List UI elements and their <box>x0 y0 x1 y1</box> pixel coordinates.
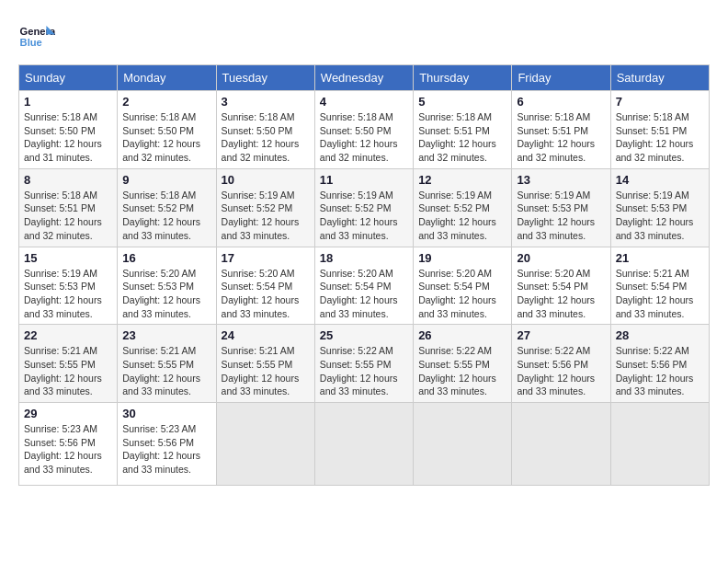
day-number: 16 <box>122 251 210 265</box>
calendar-cell: 27 Sunrise: 5:22 AM Sunset: 5:56 PM Dayl… <box>512 325 610 403</box>
calendar-cell: 26 Sunrise: 5:22 AM Sunset: 5:55 PM Dayl… <box>414 325 512 403</box>
day-info: Sunrise: 5:18 AM Sunset: 5:52 PM Dayligh… <box>122 189 210 243</box>
day-number: 23 <box>122 328 210 342</box>
weekday-header-saturday: Saturday <box>610 65 709 91</box>
day-number: 28 <box>616 328 704 342</box>
calendar-cell <box>512 403 610 486</box>
day-info: Sunrise: 5:18 AM Sunset: 5:51 PM Dayligh… <box>418 110 506 165</box>
calendar-cell: 8 Sunrise: 5:18 AM Sunset: 5:51 PM Dayli… <box>19 168 118 247</box>
day-info: Sunrise: 5:19 AM Sunset: 5:53 PM Dayligh… <box>24 267 112 321</box>
calendar-cell: 3 Sunrise: 5:18 AM Sunset: 5:50 PM Dayli… <box>216 91 314 169</box>
calendar-cell: 7 Sunrise: 5:18 AM Sunset: 5:51 PM Dayli… <box>610 91 709 169</box>
day-info: Sunrise: 5:18 AM Sunset: 5:51 PM Dayligh… <box>616 110 704 165</box>
logo: General Blue <box>18 18 55 55</box>
calendar-cell: 25 Sunrise: 5:22 AM Sunset: 5:55 PM Dayl… <box>314 325 413 403</box>
calendar-cell: 15 Sunrise: 5:19 AM Sunset: 5:53 PM Dayl… <box>19 247 118 325</box>
calendar-cell <box>414 403 512 486</box>
day-info: Sunrise: 5:19 AM Sunset: 5:52 PM Dayligh… <box>222 189 310 243</box>
calendar-cell: 16 Sunrise: 5:20 AM Sunset: 5:53 PM Dayl… <box>118 247 216 325</box>
day-number: 2 <box>122 95 210 109</box>
day-info: Sunrise: 5:18 AM Sunset: 5:51 PM Dayligh… <box>517 110 605 165</box>
day-number: 24 <box>222 328 310 342</box>
calendar-cell <box>314 403 413 486</box>
day-number: 13 <box>517 173 605 187</box>
day-number: 5 <box>418 95 506 109</box>
day-number: 6 <box>517 95 605 109</box>
day-number: 25 <box>320 328 408 342</box>
day-number: 3 <box>222 95 310 109</box>
day-number: 11 <box>320 173 408 187</box>
day-info: Sunrise: 5:23 AM Sunset: 5:56 PM Dayligh… <box>122 422 210 477</box>
day-info: Sunrise: 5:19 AM Sunset: 5:52 PM Dayligh… <box>320 189 408 243</box>
day-number: 22 <box>24 328 112 342</box>
day-info: Sunrise: 5:20 AM Sunset: 5:54 PM Dayligh… <box>222 267 310 321</box>
day-info: Sunrise: 5:18 AM Sunset: 5:51 PM Dayligh… <box>24 189 112 243</box>
day-info: Sunrise: 5:21 AM Sunset: 5:55 PM Dayligh… <box>24 344 112 398</box>
weekday-header-sunday: Sunday <box>19 65 118 91</box>
day-info: Sunrise: 5:18 AM Sunset: 5:50 PM Dayligh… <box>122 110 210 165</box>
calendar-cell: 6 Sunrise: 5:18 AM Sunset: 5:51 PM Dayli… <box>512 91 610 169</box>
logo-icon: General Blue <box>18 18 55 55</box>
calendar-cell: 23 Sunrise: 5:21 AM Sunset: 5:55 PM Dayl… <box>118 325 216 403</box>
day-info: Sunrise: 5:18 AM Sunset: 5:50 PM Dayligh… <box>320 110 408 165</box>
day-number: 1 <box>24 95 112 109</box>
calendar-cell: 18 Sunrise: 5:20 AM Sunset: 5:54 PM Dayl… <box>314 247 413 325</box>
calendar-cell: 14 Sunrise: 5:19 AM Sunset: 5:53 PM Dayl… <box>610 168 709 247</box>
day-info: Sunrise: 5:20 AM Sunset: 5:54 PM Dayligh… <box>418 267 506 321</box>
calendar-cell: 5 Sunrise: 5:18 AM Sunset: 5:51 PM Dayli… <box>414 91 512 169</box>
day-info: Sunrise: 5:20 AM Sunset: 5:54 PM Dayligh… <box>517 267 605 321</box>
calendar-cell: 1 Sunrise: 5:18 AM Sunset: 5:50 PM Dayli… <box>19 91 118 169</box>
day-info: Sunrise: 5:22 AM Sunset: 5:56 PM Dayligh… <box>616 344 704 398</box>
weekday-header-thursday: Thursday <box>414 65 512 91</box>
calendar-cell <box>216 403 314 486</box>
weekday-header-wednesday: Wednesday <box>314 65 413 91</box>
day-number: 26 <box>418 328 506 342</box>
day-info: Sunrise: 5:19 AM Sunset: 5:53 PM Dayligh… <box>517 189 605 243</box>
day-info: Sunrise: 5:22 AM Sunset: 5:55 PM Dayligh… <box>320 344 408 398</box>
calendar-cell: 13 Sunrise: 5:19 AM Sunset: 5:53 PM Dayl… <box>512 168 610 247</box>
calendar-cell: 10 Sunrise: 5:19 AM Sunset: 5:52 PM Dayl… <box>216 168 314 247</box>
calendar-cell: 28 Sunrise: 5:22 AM Sunset: 5:56 PM Dayl… <box>610 325 709 403</box>
day-number: 30 <box>122 407 210 420</box>
day-info: Sunrise: 5:18 AM Sunset: 5:50 PM Dayligh… <box>222 110 310 165</box>
weekday-header-monday: Monday <box>118 65 216 91</box>
calendar-cell: 4 Sunrise: 5:18 AM Sunset: 5:50 PM Dayli… <box>314 91 413 169</box>
calendar-cell: 20 Sunrise: 5:20 AM Sunset: 5:54 PM Dayl… <box>512 247 610 325</box>
day-info: Sunrise: 5:20 AM Sunset: 5:54 PM Dayligh… <box>320 267 408 321</box>
day-number: 21 <box>616 251 704 265</box>
day-number: 7 <box>616 95 704 109</box>
calendar-table: SundayMondayTuesdayWednesdayThursdayFrid… <box>18 64 710 486</box>
calendar-cell: 21 Sunrise: 5:21 AM Sunset: 5:54 PM Dayl… <box>610 247 709 325</box>
calendar-cell: 19 Sunrise: 5:20 AM Sunset: 5:54 PM Dayl… <box>414 247 512 325</box>
weekday-header-tuesday: Tuesday <box>216 65 314 91</box>
day-info: Sunrise: 5:19 AM Sunset: 5:52 PM Dayligh… <box>418 189 506 243</box>
day-number: 14 <box>616 173 704 187</box>
day-info: Sunrise: 5:19 AM Sunset: 5:53 PM Dayligh… <box>616 189 704 243</box>
day-info: Sunrise: 5:18 AM Sunset: 5:50 PM Dayligh… <box>24 110 112 165</box>
calendar-cell: 24 Sunrise: 5:21 AM Sunset: 5:55 PM Dayl… <box>216 325 314 403</box>
day-number: 19 <box>418 251 506 265</box>
page-header: General Blue <box>18 18 710 55</box>
day-number: 29 <box>24 407 112 420</box>
day-info: Sunrise: 5:21 AM Sunset: 5:55 PM Dayligh… <box>122 344 210 398</box>
day-info: Sunrise: 5:21 AM Sunset: 5:54 PM Dayligh… <box>616 267 704 321</box>
day-info: Sunrise: 5:20 AM Sunset: 5:53 PM Dayligh… <box>122 267 210 321</box>
day-info: Sunrise: 5:23 AM Sunset: 5:56 PM Dayligh… <box>24 422 112 477</box>
calendar-cell: 2 Sunrise: 5:18 AM Sunset: 5:50 PM Dayli… <box>118 91 216 169</box>
svg-text:Blue: Blue <box>20 37 42 48</box>
day-number: 8 <box>24 173 112 187</box>
day-number: 10 <box>222 173 310 187</box>
day-number: 20 <box>517 251 605 265</box>
day-number: 12 <box>418 173 506 187</box>
day-number: 17 <box>222 251 310 265</box>
calendar-cell: 12 Sunrise: 5:19 AM Sunset: 5:52 PM Dayl… <box>414 168 512 247</box>
day-info: Sunrise: 5:21 AM Sunset: 5:55 PM Dayligh… <box>222 344 310 398</box>
day-info: Sunrise: 5:22 AM Sunset: 5:56 PM Dayligh… <box>517 344 605 398</box>
calendar-cell: 9 Sunrise: 5:18 AM Sunset: 5:52 PM Dayli… <box>118 168 216 247</box>
day-number: 4 <box>320 95 408 109</box>
day-number: 18 <box>320 251 408 265</box>
calendar-cell: 30 Sunrise: 5:23 AM Sunset: 5:56 PM Dayl… <box>118 403 216 486</box>
day-number: 15 <box>24 251 112 265</box>
calendar-cell: 17 Sunrise: 5:20 AM Sunset: 5:54 PM Dayl… <box>216 247 314 325</box>
calendar-cell: 22 Sunrise: 5:21 AM Sunset: 5:55 PM Dayl… <box>19 325 118 403</box>
